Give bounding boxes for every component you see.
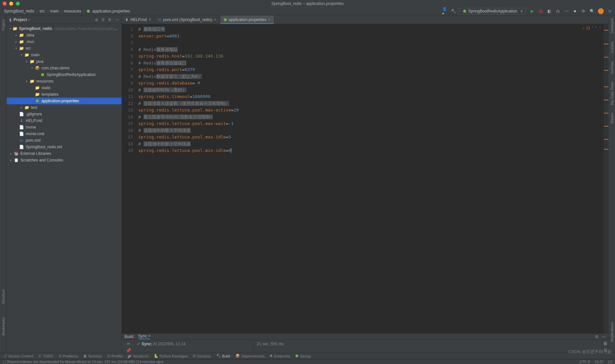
tree-item-root[interactable]: ▾📁SpringBoot_redis/Volumes/Mac Project/r…	[7, 25, 121, 32]
btool-vc[interactable]: ⎇Version Control	[3, 354, 33, 358]
editor-tabs: ⬇HELP.md× mpom.xml (SpringBoot_redis)× ⬢…	[122, 15, 608, 24]
inspection-strip[interactable]	[604, 24, 608, 333]
locate-icon[interactable]: ⊕	[95, 17, 98, 22]
tree-item[interactable]: 📄mvnw	[7, 124, 121, 131]
debug-icon[interactable]: 🐞	[538, 9, 543, 14]
tree-item[interactable]: 📄SpringBoot_redis.iml	[7, 144, 121, 150]
chevron-up-icon[interactable]: ˄	[592, 26, 594, 30]
maximize-icon[interactable]	[16, 2, 20, 6]
rail-codeia[interactable]: CodeIa	[610, 41, 614, 53]
profiler-icon: ◷	[107, 354, 110, 358]
navigation-bar: SpringBoot_redis› src› main› resources› …	[0, 7, 615, 15]
tree-item[interactable]: 📄mvnw.cmd	[7, 131, 121, 137]
status-icon[interactable]: ▢	[3, 360, 6, 364]
tree-item[interactable]: ▸📁.mvn	[7, 38, 121, 45]
gutter: 12345678910111213141516171819	[122, 24, 136, 333]
tab-pom[interactable]: mpom.xml (SpringBoot_redis)×	[155, 15, 220, 24]
tab-properties[interactable]: ⬢application.properties×	[220, 15, 274, 24]
tree-item[interactable]: 📁templates	[7, 91, 121, 98]
rail-notifications[interactable]: Notifications	[610, 322, 614, 342]
tree-item[interactable]: 📁static	[7, 85, 121, 91]
tree-item[interactable]: ⬇HELP.md	[7, 117, 121, 124]
btool-todo[interactable]: ☑TODO	[38, 354, 53, 358]
build-tab-sync[interactable]: Sync ×	[138, 334, 150, 339]
more-icon[interactable]: ⋮	[598, 26, 602, 30]
code-content[interactable]: # 服务端口号server.port=8081 # Redis服务器地址spri…	[136, 24, 604, 333]
tree-item[interactable]: ⬢SpringBootRedisApplication	[7, 71, 121, 78]
run-icon[interactable]: ▶	[529, 9, 535, 14]
tree-item-selected[interactable]: ⬢application.properties	[7, 98, 121, 104]
avatar[interactable]	[598, 8, 604, 14]
close-icon[interactable]: ×	[148, 334, 150, 338]
hammer-icon[interactable]: 🔨	[451, 9, 456, 14]
build-tree[interactable]: ✔Sync: At 2022/9/6, 11:14	[135, 340, 253, 359]
close-icon[interactable]: ×	[149, 17, 151, 22]
tree-item[interactable]: ▸📁test	[7, 104, 121, 111]
tree-item[interactable]: mpom.xml	[7, 137, 121, 144]
search-icon[interactable]: 🔍	[589, 9, 595, 14]
tree-item[interactable]: ▸📚External Libraries	[7, 150, 121, 157]
breadcrumb[interactable]: application.properties	[91, 9, 131, 13]
close-icon[interactable]	[3, 2, 7, 6]
project-tree[interactable]: ▾📁SpringBoot_redis/Volumes/Mac Project/r…	[7, 24, 121, 352]
run-config-select[interactable]: ⬢ SpringBootRedisApplication	[459, 8, 526, 14]
rail-maven[interactable]: Maven	[610, 113, 614, 124]
rail-sciview[interactable]: SciView	[610, 61, 614, 74]
download-icon[interactable]: ⬇	[127, 355, 130, 359]
collapse-icon[interactable]: ⊟	[604, 348, 607, 352]
tab-help[interactable]: ⬇HELP.md×	[122, 15, 155, 24]
inspection-badge[interactable]: ⚠11 ˄˅ ⋮	[582, 26, 602, 30]
rail-bigdata[interactable]: Big Data Tools	[610, 82, 614, 105]
tab-label: application.properties	[229, 17, 266, 22]
status-position[interactable]: 19:37	[595, 360, 604, 364]
gear-icon[interactable]: ⚙	[595, 334, 599, 339]
layout-icon[interactable]: ▦	[603, 341, 607, 346]
rail-bookmarks[interactable]: Bookmarks	[1, 317, 5, 335]
status-bar: ▢ Shared indexes are downloaded for Mave…	[0, 359, 615, 364]
rail-structure[interactable]: Structure	[1, 289, 5, 304]
status-message: Shared indexes are downloaded for Maven …	[7, 360, 163, 364]
rail-project[interactable]: Project	[1, 19, 5, 31]
stop-icon[interactable]: ■	[572, 9, 577, 14]
spring-icon: ⬢	[85, 9, 91, 13]
status-encoding[interactable]: UTF-8	[579, 360, 590, 364]
btool-problems[interactable]: ⊘Problems	[59, 354, 78, 358]
window-controls	[3, 2, 20, 6]
pin-icon[interactable]: 📌	[126, 348, 131, 353]
breadcrumb[interactable]: SpringBoot_redis	[3, 9, 36, 13]
vcs-update-icon[interactable]: ⟳	[581, 9, 586, 14]
tree-item[interactable]: ▾📁java	[7, 58, 121, 65]
profile-icon[interactable]: ◷	[555, 9, 560, 14]
btool-profiler[interactable]: ◷Profiler	[107, 354, 123, 358]
breadcrumb[interactable]: main	[49, 9, 60, 13]
chevron-down-icon[interactable]: ˅	[595, 26, 597, 30]
ide-settings-icon[interactable]: ⚙	[607, 9, 612, 14]
coverage-icon[interactable]: ◧	[547, 9, 552, 14]
breadcrumb[interactable]: src	[38, 9, 46, 13]
btool-terminal[interactable]: ▣Terminal	[83, 354, 102, 358]
tree-item[interactable]: ▾📁main	[7, 52, 121, 58]
hide-icon[interactable]: —	[115, 17, 119, 22]
tree-item[interactable]: ▾📦com.zhao.demo	[7, 65, 121, 71]
refresh-icon[interactable]: ⟳	[127, 342, 130, 346]
more-run-icon[interactable]: ⋯	[564, 9, 569, 14]
rail-database[interactable]: Database	[610, 18, 614, 34]
minimize-icon[interactable]	[9, 2, 13, 6]
tree-item[interactable]: 📄.gitignore	[7, 111, 121, 117]
tree-item-src[interactable]: ▾📁src	[7, 45, 121, 52]
breadcrumb[interactable]: resources	[63, 9, 83, 13]
tree-item[interactable]: ▾📁resources	[7, 78, 121, 85]
tree-item[interactable]: ▸📁.idea	[7, 32, 121, 38]
tree-item[interactable]: ▸📋Scratches and Consoles	[7, 157, 121, 163]
user-icon[interactable]: 👤▾	[442, 9, 447, 14]
panel-title[interactable]: Project	[13, 17, 30, 22]
close-icon[interactable]: ×	[214, 17, 217, 22]
editor-body[interactable]: 12345678910111213141516171819 # 服务端口号ser…	[122, 24, 608, 333]
close-icon[interactable]: ×	[268, 17, 271, 22]
expand-all-icon[interactable]: ⇵	[101, 17, 105, 22]
project-icon: ▮	[9, 17, 12, 22]
spring-icon: ⬢	[463, 9, 466, 13]
hide-icon[interactable]: —	[602, 334, 606, 339]
gear-icon[interactable]: ⚙	[108, 17, 112, 22]
status-lineending[interactable]: LF	[608, 360, 612, 364]
